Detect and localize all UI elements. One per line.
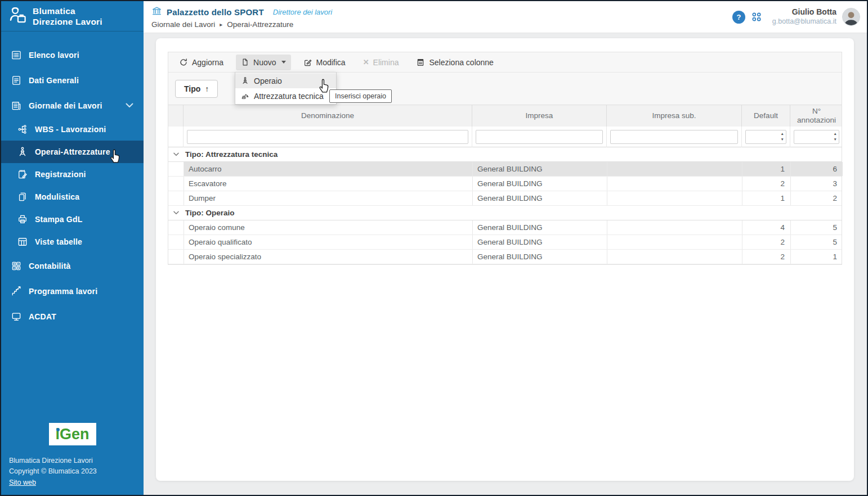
calculator-icon	[10, 260, 23, 272]
column-header-default[interactable]: Default	[742, 105, 790, 127]
menu-item-attrezzatura-tecnica[interactable]: Attrezzatura tecnica	[235, 88, 336, 103]
chevron-down-icon[interactable]	[168, 211, 184, 215]
sidebar-item-programma-lavori[interactable]: Programma lavori	[1, 278, 144, 304]
grid-toolbar: Aggiorna Nuovo Modifica ✕	[168, 52, 842, 73]
cell-denominazione: Dumper	[184, 191, 472, 205]
edit-button-label: Modifica	[316, 58, 346, 67]
sidebar-item-label: Dati Generali	[29, 76, 79, 85]
filter-input-impresa-sub[interactable]	[610, 130, 738, 144]
sidebar-item-label: Elenco lavori	[29, 51, 79, 60]
column-header-annotazioni[interactable]: N° annotazioni	[790, 105, 843, 127]
igen-logo-dot	[56, 428, 60, 431]
worker-briefcase-logo-icon	[7, 4, 28, 28]
cell-impresa-sub	[607, 220, 742, 235]
apps-grid-icon[interactable]	[751, 11, 762, 22]
cell-denominazione: Autocarro	[184, 162, 472, 176]
spin-down-icon[interactable]: ▼	[834, 137, 837, 142]
menu-item-operaio[interactable]: Operaio	[235, 73, 336, 88]
group-chip-tipo[interactable]: Tipo ↑	[175, 80, 218, 98]
table-row[interactable]: Operaio comune General BUILDING 4 5	[168, 220, 842, 235]
filter-input-impresa[interactable]	[476, 130, 603, 144]
sidebar-item-operai-attrezzature[interactable]: Operai-Attrezzature	[1, 141, 144, 163]
newspaper-icon	[10, 100, 23, 112]
group-row-attrezzatura[interactable]: Tipo: Attrezzatura tecnica	[168, 147, 842, 162]
sidebar-item-modulistica[interactable]: Modulistica	[1, 186, 144, 208]
expand-column-header	[168, 105, 184, 127]
chevron-down-icon[interactable]	[168, 152, 184, 156]
sidebar-item-acdat[interactable]: ACDAT	[1, 304, 144, 329]
sidebar-item-label: Modulistica	[35, 192, 79, 201]
user-block: ? Giulio Botta g.botta@blumatica.it	[732, 7, 867, 26]
sidebar-footer: Blumatica Direzione Lavori Copyright © B…	[9, 456, 97, 488]
sidebar-item-viste-tabelle[interactable]: Viste tabelle	[1, 231, 144, 253]
footer-app-name: Blumatica Direzione Lavori	[9, 456, 97, 466]
cell-annotazioni: 1	[790, 250, 843, 264]
filter-input-denominazione[interactable]	[187, 130, 468, 144]
pages-icon	[16, 191, 29, 203]
column-header-impresa-sub[interactable]: Impresa sub.	[607, 105, 742, 127]
cell-impresa: General BUILDING	[472, 220, 607, 235]
group-row-operaio[interactable]: Tipo: Operaio	[168, 206, 842, 220]
topbar: Palazzetto dello SPORT Direttore dei lav…	[144, 1, 867, 33]
refresh-button-label: Aggiorna	[192, 58, 223, 67]
table-row[interactable]: Operaio qualificato General BUILDING 2 5	[168, 235, 842, 250]
excavator-icon	[241, 92, 249, 100]
table-row[interactable]: Operaio specializzato General BUILDING 2…	[168, 250, 842, 264]
column-header-denominazione[interactable]: Denominazione	[184, 105, 472, 127]
table-row[interactable]: Escavatore General BUILDING 2 3	[168, 177, 842, 191]
spin-up-icon[interactable]: ▲	[781, 131, 784, 137]
cell-annotazioni: 5	[790, 235, 843, 249]
edit-icon	[303, 58, 312, 67]
group-chip-label: Tipo	[184, 84, 200, 93]
avatar[interactable]	[842, 8, 860, 26]
list-icon	[10, 49, 23, 61]
brand-line2: Direzione Lavori	[33, 16, 102, 27]
select-columns-button[interactable]: Seleziona colonne	[411, 55, 498, 70]
chevron-down-icon[interactable]	[126, 103, 133, 108]
footer-copyright: Copyright © Blumatica 2023	[9, 466, 97, 477]
new-button[interactable]: Nuovo	[236, 55, 290, 70]
refresh-button[interactable]: Aggiorna	[174, 55, 229, 70]
edit-button[interactable]: Modifica	[298, 55, 351, 70]
sidebar-item-label: Registrazioni	[35, 170, 86, 179]
table-row[interactable]: Dumper General BUILDING 1 2	[168, 191, 842, 206]
tooltip-inserisci-operaio: Inserisci operaio	[329, 89, 392, 103]
filter-row: ▲▼ ▲▼	[168, 127, 842, 147]
delete-button[interactable]: ✕ Elimina	[358, 55, 404, 70]
help-button[interactable]: ?	[732, 11, 745, 24]
sidebar: Blumatica Direzione Lavori Elenco lavori…	[1, 1, 144, 495]
sidebar-item-dati-generali[interactable]: Dati Generali	[1, 67, 144, 93]
breadcrumb-parent[interactable]: Giornale dei Lavori	[151, 20, 215, 29]
table-row[interactable]: Autocarro General BUILDING 1 6	[168, 162, 842, 177]
sidebar-item-label: Contabilità	[29, 261, 71, 270]
sidebar-item-contabilita[interactable]: Contabilità	[1, 253, 144, 278]
delete-button-label: Elimina	[373, 58, 399, 67]
sidebar-item-giornale-dei-lavori[interactable]: Giornale dei Lavori	[1, 93, 144, 118]
spin-down-icon[interactable]: ▼	[781, 137, 784, 142]
spin-up-icon[interactable]: ▲	[834, 131, 837, 137]
sidebar-item-label: Giornale dei Lavori	[29, 101, 102, 110]
cell-impresa: General BUILDING	[472, 191, 607, 205]
user-info: Giulio Botta g.botta@blumatica.it	[772, 7, 836, 26]
cell-denominazione: Operaio specializzato	[184, 250, 472, 264]
gantt-steps-icon	[10, 285, 23, 297]
cell-impresa-sub	[607, 191, 742, 205]
breadcrumb: Giornale dei Lavori ▸ Operai-Attrezzatur…	[151, 20, 332, 29]
cell-default: 1	[742, 191, 790, 205]
monitor-icon	[10, 310, 23, 323]
table-header-row: Denominazione Impresa Impresa sub. Defau…	[168, 105, 842, 127]
document-icon	[10, 74, 23, 87]
sidebar-item-stampa-gdl[interactable]: Stampa GdL	[1, 208, 144, 231]
column-header-impresa[interactable]: Impresa	[472, 105, 607, 127]
cell-default: 2	[742, 250, 790, 264]
filter-input-default[interactable]: ▲▼	[745, 130, 786, 144]
sidebar-item-registrazioni[interactable]: Registrazioni	[1, 163, 144, 186]
project-block: Palazzetto dello SPORT Direttore dei lav…	[144, 6, 332, 29]
filter-input-annotazioni[interactable]: ▲▼	[794, 130, 839, 144]
igen-logo: iGen	[49, 423, 96, 445]
sidebar-item-wbs-lavorazioni[interactable]: WBS - Lavorazioni	[1, 118, 144, 141]
sidebar-item-label: ACDAT	[29, 312, 56, 321]
cell-default: 2	[742, 177, 790, 191]
footer-website-link[interactable]: Sito web	[9, 479, 36, 486]
sidebar-item-elenco-lavori[interactable]: Elenco lavori	[1, 42, 144, 67]
